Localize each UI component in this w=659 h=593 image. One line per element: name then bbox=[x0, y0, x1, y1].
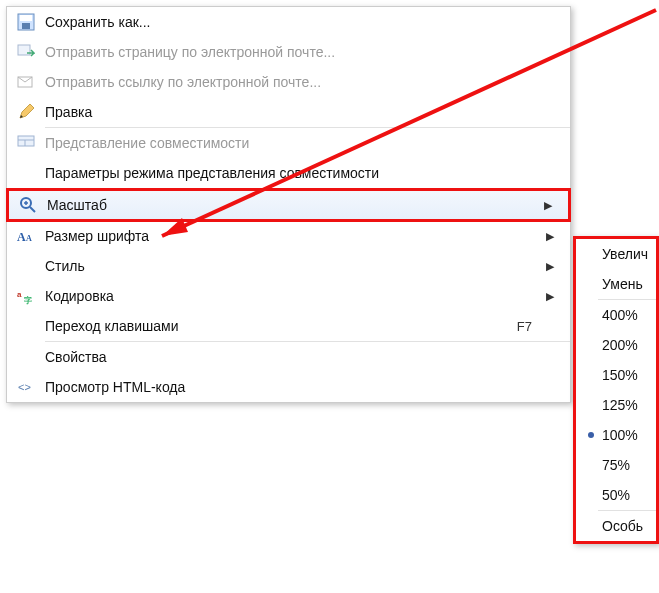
submenu-item-zoom-out[interactable]: Умень bbox=[576, 269, 656, 299]
svg-point-17 bbox=[588, 432, 594, 438]
menu-label: Параметры режима представления совместим… bbox=[45, 165, 562, 181]
menu-item-encoding[interactable]: a 字 Кодировка ▶ bbox=[7, 281, 570, 311]
submenu-item-custom[interactable]: Особь bbox=[576, 511, 656, 541]
submenu-label: 100% bbox=[602, 427, 656, 443]
chevron-right-icon: ▶ bbox=[544, 199, 560, 212]
menu-label: Отправить страницу по электронной почте.… bbox=[45, 44, 562, 60]
blank-icon bbox=[7, 342, 45, 372]
submenu-item-125[interactable]: 125% bbox=[576, 390, 656, 420]
menu-label: Сохранить как... bbox=[45, 14, 562, 30]
menu-item-view-source[interactable]: <> Просмотр HTML-кода bbox=[7, 372, 570, 402]
svg-text:<>: <> bbox=[18, 381, 31, 393]
menu-label: Отправить ссылку по электронной почте... bbox=[45, 74, 562, 90]
menu-item-send-link-email: Отправить ссылку по электронной почте... bbox=[7, 67, 570, 97]
encoding-icon: a 字 bbox=[7, 281, 45, 311]
compat-view-icon bbox=[7, 128, 45, 158]
shortcut-text: F7 bbox=[517, 319, 562, 334]
svg-rect-3 bbox=[20, 15, 32, 21]
pencil-icon bbox=[7, 97, 45, 127]
menu-label: Просмотр HTML-кода bbox=[45, 379, 562, 395]
svg-text:A: A bbox=[17, 230, 26, 244]
submenu-label: 150% bbox=[602, 367, 656, 383]
submenu-zoom: Увелич Умень 400% 200% 150% 125% 100% 75… bbox=[573, 236, 659, 544]
submenu-item-zoom-in[interactable]: Увелич bbox=[576, 239, 656, 269]
menu-label: Стиль bbox=[45, 258, 546, 274]
blank-icon bbox=[7, 251, 45, 281]
svg-text:字: 字 bbox=[24, 295, 32, 305]
submenu-label: 200% bbox=[602, 337, 656, 353]
send-page-icon bbox=[7, 37, 45, 67]
context-menu-main: Сохранить как... Отправить страницу по э… bbox=[6, 6, 571, 403]
submenu-label: 125% bbox=[602, 397, 656, 413]
svg-line-9 bbox=[30, 207, 35, 212]
send-link-icon bbox=[7, 67, 45, 97]
submenu-item-50[interactable]: 50% bbox=[576, 480, 656, 510]
submenu-label: 50% bbox=[602, 487, 656, 503]
menu-item-zoom[interactable]: Масштаб ▶ bbox=[6, 188, 571, 222]
submenu-label: 400% bbox=[602, 307, 656, 323]
svg-rect-4 bbox=[22, 23, 30, 29]
menu-label: Представление совместимости bbox=[45, 135, 562, 151]
menu-item-properties[interactable]: Свойства bbox=[7, 342, 570, 372]
submenu-label: Увелич bbox=[602, 246, 656, 262]
blank-icon bbox=[7, 311, 45, 341]
radio-selected-icon bbox=[580, 430, 602, 440]
menu-item-send-page-email: Отправить страницу по электронной почте.… bbox=[7, 37, 570, 67]
submenu-item-400[interactable]: 400% bbox=[576, 300, 656, 330]
svg-text:a: a bbox=[17, 290, 22, 299]
menu-label: Масштаб bbox=[47, 197, 544, 213]
svg-rect-7 bbox=[18, 136, 34, 146]
menu-item-edit[interactable]: Правка bbox=[7, 97, 570, 127]
save-icon bbox=[7, 7, 45, 37]
font-size-icon: A A bbox=[7, 221, 45, 251]
menu-label: Свойства bbox=[45, 349, 562, 365]
menu-item-compat-view: Представление совместимости bbox=[7, 128, 570, 158]
menu-item-compat-view-settings[interactable]: Параметры режима представления совместим… bbox=[7, 158, 570, 188]
menu-item-style[interactable]: Стиль ▶ bbox=[7, 251, 570, 281]
menu-label: Переход клавишами bbox=[45, 318, 517, 334]
menu-item-caret-browsing[interactable]: Переход клавишами F7 bbox=[7, 311, 570, 341]
submenu-item-75[interactable]: 75% bbox=[576, 450, 656, 480]
chevron-right-icon: ▶ bbox=[546, 260, 562, 273]
svg-text:A: A bbox=[26, 234, 32, 243]
chevron-right-icon: ▶ bbox=[546, 290, 562, 303]
submenu-label: Умень bbox=[602, 276, 656, 292]
submenu-item-200[interactable]: 200% bbox=[576, 330, 656, 360]
submenu-label: Особь bbox=[602, 518, 656, 534]
menu-item-save-as[interactable]: Сохранить как... bbox=[7, 7, 570, 37]
menu-item-font-size[interactable]: A A Размер шрифта ▶ bbox=[7, 221, 570, 251]
menu-label: Кодировка bbox=[45, 288, 546, 304]
submenu-item-150[interactable]: 150% bbox=[576, 360, 656, 390]
submenu-label: 75% bbox=[602, 457, 656, 473]
submenu-item-100[interactable]: 100% bbox=[576, 420, 656, 450]
code-icon: <> bbox=[7, 372, 45, 402]
menu-label: Правка bbox=[45, 104, 562, 120]
zoom-icon bbox=[9, 191, 47, 219]
chevron-right-icon: ▶ bbox=[546, 230, 562, 243]
menu-label: Размер шрифта bbox=[45, 228, 546, 244]
blank-icon bbox=[7, 158, 45, 188]
